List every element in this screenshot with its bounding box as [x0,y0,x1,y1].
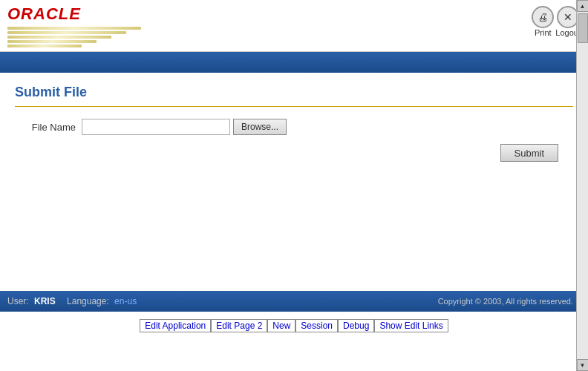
print-button[interactable]: 🖨 Print [532,6,554,37]
oracle-logo: ORACLE [7,4,141,47]
dev-link-3[interactable]: Session [295,319,338,332]
oracle-decorative-lines [7,27,141,47]
dev-link-5[interactable]: Show Edit Links [374,319,448,332]
scrollbar: ▲ ▼ [576,0,588,371]
scroll-thumb[interactable] [578,13,588,43]
footer-copyright: Copyright © 2003, All rights reserved. [438,297,573,306]
file-name-input[interactable] [82,119,230,135]
form-area: File Name Browse... Submit [15,119,573,162]
file-name-row: File Name Browse... [22,119,566,135]
scroll-down-arrow[interactable]: ▼ [577,359,589,371]
footer-bar: User: KRIS Language: en-us Copyright © 2… [0,291,581,312]
submit-button[interactable]: Submit [500,144,558,162]
oracle-logo-text: ORACLE [7,4,141,24]
dev-link-0[interactable]: Edit Application [140,319,211,332]
submit-row: Submit [22,144,566,162]
main-content: Submit File File Name Browse... Submit [0,73,588,174]
username: KRIS [34,296,56,306]
oracle-line-1 [7,27,141,30]
dev-link-2[interactable]: New [267,319,295,332]
oracle-line-5 [7,45,82,47]
scroll-up-arrow[interactable]: ▲ [577,0,589,12]
header-actions: 🖨 Print ✕ Logout [532,4,581,37]
dev-link-4[interactable]: Debug [338,319,374,332]
footer-user-info: User: KRIS Language: en-us [7,296,137,306]
oracle-line-3 [7,36,111,39]
dev-link-1[interactable]: Edit Page 2 [211,319,267,332]
print-icon: 🖨 [532,6,554,28]
oracle-line-4 [7,40,97,43]
page-header: ORACLE 🖨 Print ✕ Logout [0,0,588,52]
file-name-label: File Name [22,122,82,133]
page-title: Submit File [15,85,87,99]
language-label: Language: [67,296,109,306]
dev-links-bar: Edit ApplicationEdit Page 2NewSessionDeb… [0,313,588,338]
page-title-section: Submit File [15,85,573,107]
nav-bar [0,52,588,73]
print-label: Print [535,28,552,37]
language-value: en-us [114,296,137,306]
user-label: User: [7,296,29,306]
oracle-line-2 [7,31,126,34]
browse-button[interactable]: Browse... [233,119,287,135]
